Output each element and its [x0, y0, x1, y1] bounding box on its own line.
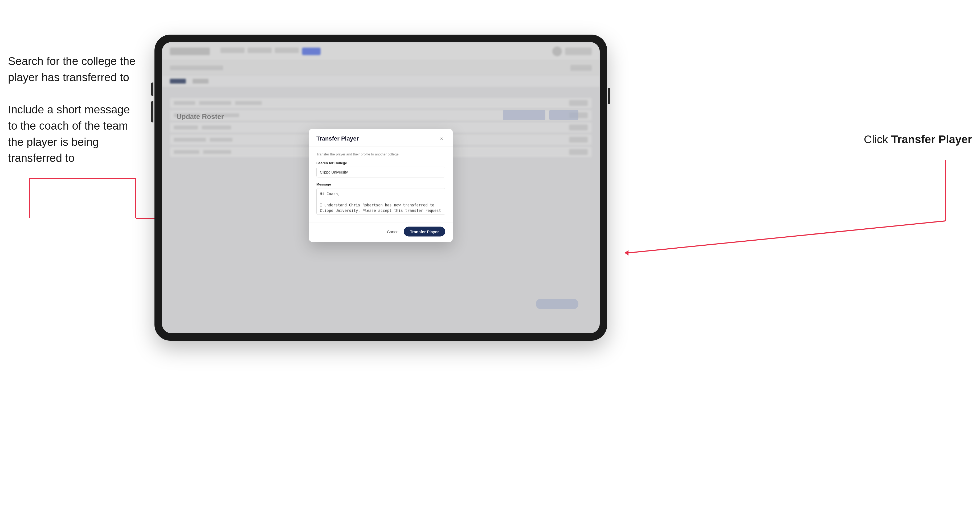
transfer-player-button[interactable]: Transfer Player	[404, 227, 445, 237]
annotation-left: Search for the college the player has tr…	[8, 53, 136, 167]
annotation-click-prefix: Click	[864, 133, 891, 146]
tablet-frame: Update Roster Transfer Player × Transfer…	[154, 35, 607, 341]
tablet-volume-down-button	[151, 101, 153, 122]
cancel-button[interactable]: Cancel	[387, 229, 399, 234]
tablet-screen: Update Roster Transfer Player × Transfer…	[162, 42, 600, 333]
modal-body: Transfer the player and their profile to…	[309, 147, 453, 222]
search-college-label: Search for College	[317, 161, 445, 165]
modal-close-button[interactable]: ×	[438, 135, 445, 142]
search-college-input[interactable]	[317, 167, 445, 178]
tablet-volume-up-button	[151, 83, 153, 96]
annotation-search-text: Search for the college the player has tr…	[8, 53, 136, 86]
tablet-power-button	[608, 88, 610, 104]
modal-subtitle: Transfer the player and their profile to…	[317, 152, 445, 156]
annotation-message-text: Include a short message to the coach of …	[8, 102, 136, 167]
svg-line-5	[628, 221, 945, 253]
modal-footer: Cancel Transfer Player	[309, 222, 453, 242]
modal-header: Transfer Player ×	[309, 129, 453, 147]
annotation-right: Click Transfer Player	[864, 133, 972, 146]
annotation-transfer-player-label: Transfer Player	[891, 133, 972, 146]
modal-title: Transfer Player	[317, 135, 359, 142]
transfer-player-modal: Transfer Player × Transfer the player an…	[309, 129, 453, 242]
message-label: Message	[317, 182, 445, 186]
svg-marker-7	[625, 250, 628, 256]
message-textarea[interactable]: Hi Coach, I understand Chris Robertson h…	[317, 188, 445, 215]
